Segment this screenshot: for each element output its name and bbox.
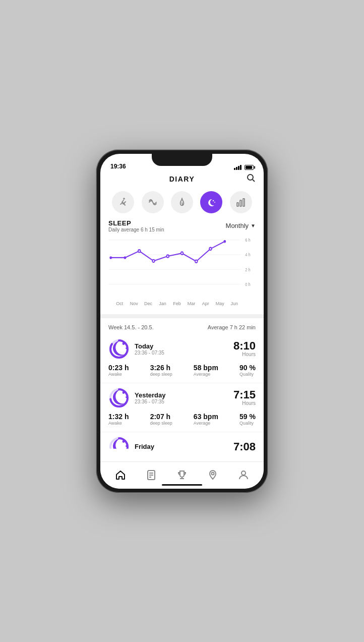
chart-svg: 6 h 4 h 2 h 0 h [108, 235, 256, 300]
week-range: Week 14.5. - 20.5. [108, 324, 154, 330]
svg-line-1 [253, 180, 255, 182]
stat-quality-label: Quality [239, 372, 256, 377]
weekly-header: Week 14.5. - 20.5. Average 7 h 22 min [100, 322, 264, 334]
entry-day-today: Today [135, 342, 164, 350]
stat-awake-today: 0:23 h Awake [108, 364, 129, 377]
entry-left-yesterday: Yesterday 23:36 - 07:35 [108, 387, 165, 408]
phone-screen: 19:36 DIARY [100, 154, 264, 489]
screen-content[interactable]: DIARY [100, 172, 264, 489]
stat-bpm-yesterday: 63 bpm Average [194, 413, 218, 426]
home-indicator [162, 484, 202, 486]
svg-point-23 [209, 247, 212, 250]
battery-icon [245, 165, 254, 170]
x-label-jun: Jun [227, 301, 241, 306]
x-label-jan: Jan [155, 301, 169, 306]
svg-point-32 [126, 396, 128, 398]
stat-deep-label-y: deep sleep [150, 421, 172, 426]
sleep-ring-today [108, 338, 130, 360]
sleep-title-group: SLEEP Daily average 6 h 15 min [108, 219, 164, 232]
cat-stats[interactable] [230, 191, 252, 213]
svg-rect-6 [240, 200, 241, 206]
sleep-chart: 6 h 4 h 2 h 0 h [108, 235, 256, 300]
entry-friday: Friday 7:08 [100, 432, 264, 465]
cat-fire[interactable] [171, 191, 193, 213]
svg-text:4 h: 4 h [245, 252, 250, 257]
cat-relax[interactable] [142, 191, 164, 213]
period-selector[interactable]: Monthly ▼ [226, 222, 256, 229]
cat-running[interactable] [112, 191, 134, 213]
x-label-feb: Feb [170, 301, 184, 306]
svg-point-28 [126, 347, 128, 349]
sleep-subtitle: Daily average 6 h 15 min [108, 227, 164, 232]
svg-point-18 [138, 250, 141, 252]
chart-x-labels: Oct Nov Dec Jan Feb Mar Apr May Jun [108, 300, 256, 306]
svg-point-4 [214, 202, 215, 203]
stat-quality-today: 90 % Quality [239, 364, 256, 377]
entry-stats-today: 0:23 h Awake 3:26 h deep sleep 58 bpm Av… [108, 364, 256, 377]
entry-left: Today 23:36 - 07:35 [108, 338, 164, 360]
x-label-may: May [213, 301, 227, 306]
entry-day-friday: Friday [135, 443, 154, 450]
entry-time-yesterday: 23:36 - 07:35 [135, 399, 165, 404]
entry-day-yesterday: Yesterday [135, 391, 165, 399]
duration-unit-yesterday: Hours [233, 400, 256, 406]
stat-deep-yesterday: 2:07 h deep sleep [150, 413, 172, 426]
stat-deep-today: 3:26 h deep sleep [150, 364, 172, 377]
svg-rect-5 [237, 203, 238, 206]
svg-point-19 [152, 259, 155, 262]
app-header: DIARY [100, 172, 264, 187]
cat-sleep[interactable] [200, 191, 222, 213]
duration-value-today: 8:10 [233, 340, 256, 352]
svg-point-21 [181, 252, 184, 254]
status-icons [234, 165, 254, 170]
svg-point-36 [126, 445, 128, 447]
stat-quality-yesterday: 59 % Quality [239, 413, 256, 426]
stat-bpm-value-y: 63 bpm [194, 413, 218, 421]
sleep-ring-friday [108, 436, 130, 457]
sleep-ring-yesterday [108, 387, 130, 408]
nav-trophy[interactable] [172, 468, 192, 483]
stat-deep-label: deep sleep [150, 372, 172, 377]
svg-point-2 [123, 198, 125, 200]
svg-point-22 [195, 260, 198, 262]
phone-frame: 19:36 DIARY [96, 150, 268, 493]
x-label-dec: Dec [141, 301, 155, 306]
x-label-oct: Oct [112, 301, 127, 306]
svg-text:0 h: 0 h [245, 282, 250, 287]
entry-duration-yesterday: 7:15 Hours [233, 389, 256, 406]
nav-diary[interactable] [142, 468, 161, 483]
x-label-apr: Apr [199, 301, 213, 306]
signal-icon [234, 165, 241, 170]
stat-bpm-label-y: Average [194, 421, 218, 426]
status-time: 19:36 [110, 163, 126, 170]
duration-value-friday: 7:08 [233, 441, 256, 452]
stat-bpm-label: Average [194, 372, 218, 377]
entry-duration-today: 8:10 Hours [233, 340, 256, 357]
svg-point-20 [166, 255, 169, 257]
svg-point-31 [123, 391, 125, 394]
search-button[interactable] [247, 173, 256, 185]
nav-location[interactable] [203, 468, 222, 483]
x-label-mar: Mar [184, 301, 198, 306]
stat-bpm-value: 58 bpm [194, 364, 218, 372]
nav-profile[interactable] [234, 468, 253, 483]
sleep-section: SLEEP Daily average 6 h 15 min Monthly ▼ [100, 219, 264, 310]
stat-awake-value-y: 1:32 h [108, 413, 129, 421]
entry-stats-yesterday: 1:32 h Awake 2:07 h deep sleep 63 bpm Av… [108, 413, 256, 426]
stat-awake-label-y: Awake [108, 421, 129, 426]
chevron-down-icon: ▼ [251, 223, 256, 228]
nav-home[interactable] [111, 468, 130, 483]
stat-awake-value: 0:23 h [108, 364, 129, 372]
entry-top-yesterday: Yesterday 23:36 - 07:35 7:15 Hours [108, 387, 256, 408]
sleep-section-header: SLEEP Daily average 6 h 15 min Monthly ▼ [108, 219, 256, 232]
entry-info-yesterday: Yesterday 23:36 - 07:35 [135, 391, 165, 404]
svg-point-44 [241, 471, 246, 475]
stat-awake-yesterday: 1:32 h Awake [108, 413, 129, 426]
stat-quality-value-y: 59 % [239, 413, 256, 421]
stat-deep-value-y: 2:07 h [150, 413, 172, 421]
entry-yesterday: Yesterday 23:36 - 07:35 7:15 Hours 1:32 … [100, 383, 264, 432]
svg-point-0 [248, 174, 253, 180]
svg-text:6 h: 6 h [245, 238, 250, 243]
svg-point-16 [109, 256, 112, 259]
stat-awake-label: Awake [108, 372, 129, 377]
